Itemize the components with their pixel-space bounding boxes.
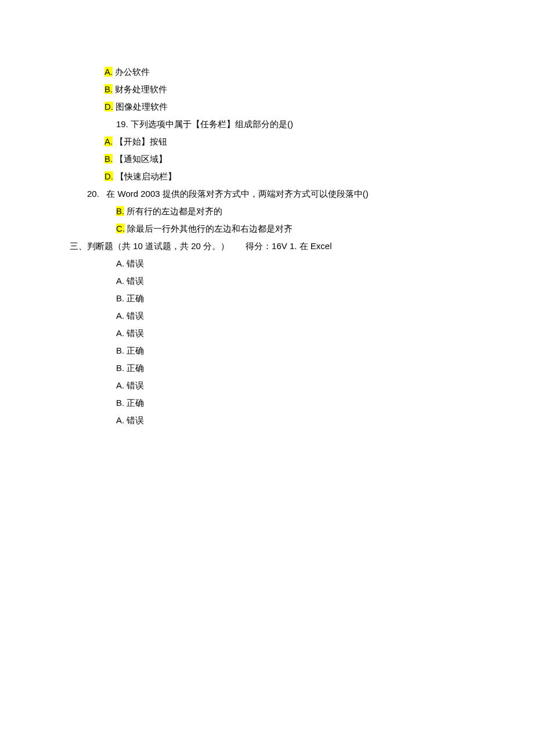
question-line: 19. 下列选项中属于【任务栏】组成部分的是() [70, 116, 534, 132]
section-3-header: 三、判断题（共 10 道试题，共 20 分。）得分：16V 1. 在 Excel [70, 238, 534, 254]
question-text: 提供的段落对齐方式中，两端对齐方式可以使段落中() [160, 189, 369, 199]
tf-letter: B. [116, 293, 124, 303]
tf-letter: B. [116, 345, 124, 355]
tf-line: B. 正确 [70, 360, 534, 376]
tf-text: 错误 [124, 328, 144, 338]
tf-text: 错误 [124, 258, 144, 268]
option-letter: B. [104, 154, 113, 164]
section-mid2: 分。） [201, 241, 229, 251]
option-text: 所有行的左边都是对齐的 [124, 206, 222, 216]
option-letter: D. [104, 171, 113, 181]
section-prefix: 三、判断题（共 [70, 241, 133, 251]
tf-letter: B. [116, 398, 124, 408]
tf-letter: A. [116, 258, 124, 268]
tf-letter: A. [116, 380, 124, 390]
option-line: A. 办公软件 [70, 64, 534, 80]
points: 20 [191, 241, 201, 251]
english-text: Excel [311, 241, 332, 251]
option-line: B. 财务处理软件 [70, 81, 534, 97]
option-line: A. 【开始】按钮 [70, 134, 534, 149]
option-text: 图像处理软件 [113, 102, 168, 111]
score-value: 16V 1. [272, 241, 297, 251]
tf-text: 错误 [124, 276, 144, 286]
english-text: Word 2003 [118, 189, 160, 199]
option-letter: B. [116, 206, 124, 216]
tf-line: A. 错误 [70, 325, 534, 341]
tf-letter: A. [116, 415, 124, 425]
tf-text: 正确 [124, 363, 144, 373]
option-text: 【开始】按钮 [113, 136, 167, 146]
tf-line: B. 正确 [70, 290, 534, 306]
question-20: 20. 在 Word 2003 提供的段落对齐方式中，两端对齐方式可以使段落中(… [70, 186, 534, 201]
option-text: 【快速启动栏】 [113, 171, 176, 181]
tf-text: 正确 [124, 293, 144, 303]
tf-text: 正确 [124, 398, 144, 408]
option-line: C. 除最后一行外其他行的左边和右边都是对齐 [70, 221, 534, 236]
option-letter: A. [104, 67, 113, 77]
tf-line: A. 错误 [70, 412, 534, 428]
tf-text: 错误 [124, 311, 144, 321]
option-text: 【通知区域】 [113, 154, 167, 164]
tf-line: B. 正确 [70, 395, 534, 411]
option-line: D. 图像处理软件 [70, 99, 534, 114]
option-line: D. 【快速启动栏】 [70, 168, 534, 184]
section-mid: 道试题，共 [143, 241, 191, 251]
tf-text: 正确 [124, 345, 144, 355]
tf-line: A. 错误 [70, 308, 534, 323]
option-text: 办公软件 [113, 67, 150, 77]
tf-letter: B. [116, 363, 124, 373]
option-letter: A. [104, 136, 113, 146]
document-body: A. 办公软件 B. 财务处理软件 D. 图像处理软件 19. 下列选项中属于【… [70, 64, 534, 428]
tf-line: A. 错误 [70, 255, 534, 271]
question-number: 19. [116, 119, 128, 129]
tf-letter: A. [116, 276, 124, 286]
option-line: B. 【通知区域】 [70, 151, 534, 167]
option-text: 除最后一行外其他行的左边和右边都是对齐 [125, 224, 293, 233]
option-letter: D. [104, 102, 113, 111]
tf-line: A. 错误 [70, 377, 534, 393]
option-line: B. 所有行的左边都是对齐的 [70, 203, 534, 219]
tf-letter: A. [116, 328, 124, 338]
tf-line: A. 错误 [70, 273, 534, 289]
count: 10 [133, 241, 143, 251]
section-tail: 在 [297, 241, 310, 251]
tf-text: 错误 [124, 380, 144, 390]
option-letter: C. [116, 224, 125, 233]
score-label: 得分： [246, 241, 272, 251]
question-number: 20. 在 [87, 189, 118, 199]
tf-letter: A. [116, 311, 124, 321]
option-text: 财务处理软件 [113, 84, 167, 94]
question-text: 下列选项中属于【任务栏】组成部分的是() [128, 119, 293, 129]
option-letter: B. [104, 84, 113, 94]
tf-text: 错误 [124, 415, 144, 425]
tf-line: B. 正确 [70, 343, 534, 358]
